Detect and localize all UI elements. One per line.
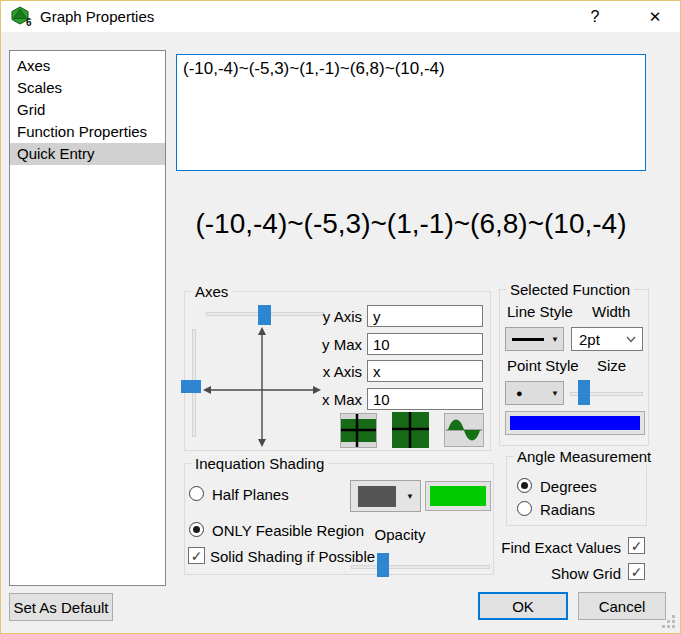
width-label: Width <box>592 303 630 320</box>
inequation-shading-title: Inequation Shading <box>191 455 328 472</box>
function-color-button[interactable] <box>505 411 645 435</box>
point-style-label: Point Style <box>507 357 579 374</box>
find-exact-values-checkbox[interactable]: ✓ <box>628 537 645 554</box>
opacity-slider-thumb[interactable] <box>377 553 389 577</box>
degrees-label[interactable]: Degrees <box>540 478 597 495</box>
y-axis-label: y Axis <box>302 308 362 325</box>
dropdown-arrow-icon: ▼ <box>551 389 559 398</box>
angle-measurement-group: Angle Measurement Degrees Radians <box>506 456 647 526</box>
graph-properties-dialog: 6 Graph Properties ? ✕ Axes Scales Grid … <box>0 0 681 634</box>
angle-measurement-title: Angle Measurement <box>513 448 655 465</box>
trig-scale-button[interactable] <box>444 413 484 447</box>
y-max-label: y Max <box>302 336 362 353</box>
x-max-label: x Max <box>302 391 362 408</box>
radians-label[interactable]: Radians <box>540 501 595 518</box>
close-button[interactable]: ✕ <box>636 1 674 32</box>
find-exact-values-label[interactable]: Find Exact Values <box>421 539 621 556</box>
axes-group-title: Axes <box>191 283 232 300</box>
dropdown-arrow-icon: ▼ <box>551 335 559 344</box>
category-list: Axes Scales Grid Function Properties Qui… <box>9 50 166 586</box>
app-icon: 6 <box>10 6 33 27</box>
shading-color-button[interactable] <box>425 481 491 511</box>
window-title: Graph Properties <box>40 8 154 25</box>
show-grid-label[interactable]: Show Grid <box>421 565 621 582</box>
axes-group: Axes y Axis y Max x Axis x Max <box>184 291 491 451</box>
chevron-down-icon <box>626 336 636 343</box>
point-style-dropdown[interactable]: ● ▼ <box>505 381 564 405</box>
solid-shading-label[interactable]: Solid Shading if Possible <box>210 548 375 565</box>
x-axis-label: x Axis <box>302 363 362 380</box>
square-axes-icon <box>392 412 429 448</box>
sidebar-item-grid[interactable]: Grid <box>10 99 165 121</box>
x-axis-position-slider-thumb[interactable] <box>181 380 201 393</box>
dropdown-arrow-icon: ▼ <box>406 492 414 501</box>
ok-button[interactable]: OK <box>478 592 568 620</box>
check-icon: ✓ <box>631 539 643 553</box>
svg-text:6: 6 <box>26 17 32 27</box>
expression-preview: (-10,-4)~(-5,3)~(1,-1)~(6,8)~(10,-4) <box>176 208 646 240</box>
point-glyph: ● <box>516 387 523 399</box>
radians-radio[interactable] <box>517 501 532 516</box>
line-style-label: Line Style <box>507 303 573 320</box>
x-max-field[interactable] <box>367 388 483 410</box>
line-style-dropdown[interactable]: ▼ <box>505 327 564 351</box>
fit-axes-icon <box>341 414 376 447</box>
close-icon: ✕ <box>649 8 662 26</box>
sine-wave-icon <box>445 414 483 446</box>
check-icon: ✓ <box>631 565 643 579</box>
shading-pattern-swatch <box>358 486 396 507</box>
y-axis-position-slider-thumb[interactable] <box>258 305 271 325</box>
shading-pattern-dropdown[interactable]: ▼ <box>350 480 421 512</box>
fit-axes-button[interactable] <box>340 413 377 448</box>
solid-line-swatch <box>512 338 544 341</box>
sidebar-item-quick-entry[interactable]: Quick Entry <box>10 143 165 165</box>
sidebar-item-axes[interactable]: Axes <box>10 55 165 77</box>
size-label: Size <box>597 357 626 374</box>
half-planes-label[interactable]: Half Planes <box>212 486 289 503</box>
help-icon: ? <box>591 8 600 26</box>
half-planes-radio[interactable] <box>189 486 204 501</box>
resize-grip[interactable] <box>662 614 676 628</box>
only-feasible-region-radio[interactable] <box>189 522 204 537</box>
x-axis-field[interactable] <box>367 360 483 382</box>
inequation-shading-group: Inequation Shading Half Planes ▼ ONLY Fe… <box>184 463 494 575</box>
only-feasible-region-label[interactable]: ONLY Feasible Region <box>212 522 364 539</box>
y-max-field[interactable] <box>367 333 483 355</box>
quick-entry-input[interactable]: (-10,-4)~(-5,3)~(1,-1)~(6,8)~(10,-4) <box>176 54 646 171</box>
sidebar-item-scales[interactable]: Scales <box>10 77 165 99</box>
show-grid-checkbox[interactable]: ✓ <box>628 563 645 580</box>
width-value: 2pt <box>579 331 600 348</box>
width-combobox[interactable]: 2pt <box>571 327 643 351</box>
set-as-default-button[interactable]: Set As Default <box>9 593 113 621</box>
help-button[interactable]: ? <box>576 1 614 32</box>
check-icon: ✓ <box>191 549 203 563</box>
solid-shading-checkbox[interactable]: ✓ <box>188 547 205 564</box>
y-axis-field[interactable] <box>367 305 483 327</box>
shading-color-swatch <box>430 486 486 506</box>
degrees-radio[interactable] <box>517 478 532 493</box>
titlebar: 6 Graph Properties ? ✕ <box>1 1 680 32</box>
selected-function-title: Selected Function <box>506 281 634 298</box>
selected-function-group: Selected Function Line Style Width ▼ 2pt… <box>499 289 649 446</box>
function-color-swatch <box>510 416 640 430</box>
square-axes-button[interactable] <box>392 412 429 448</box>
cancel-button[interactable]: Cancel <box>578 592 666 620</box>
sidebar-item-function-properties[interactable]: Function Properties <box>10 121 165 143</box>
size-slider-thumb[interactable] <box>578 380 590 405</box>
